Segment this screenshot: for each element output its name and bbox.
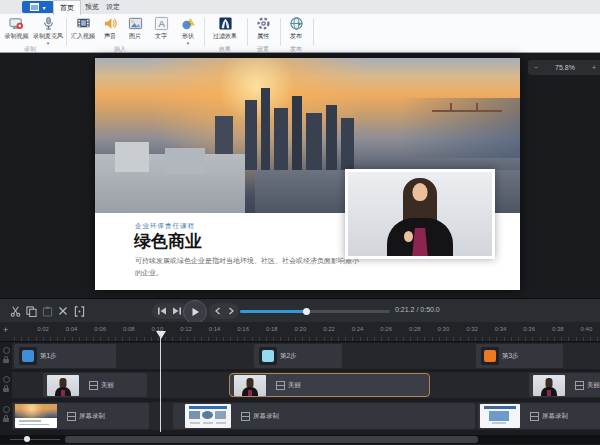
zoom-out-button[interactable]: −	[534, 64, 538, 71]
ruler-label: 0:28	[409, 326, 421, 332]
track1-lock-icon[interactable]	[3, 359, 9, 363]
publish-globe-icon	[289, 16, 304, 31]
paste-icon	[42, 306, 53, 317]
video-editor-window: ▾ 首页 预览 设定 录制视频 录制麦克风 ▾	[0, 0, 600, 445]
ruler-label: 0:12	[180, 326, 192, 332]
ruler-label: 0:26	[380, 326, 392, 332]
screenrec-thumbnail	[185, 404, 231, 428]
tab-settings[interactable]: 设定	[100, 0, 126, 14]
add-track-button[interactable]: +	[3, 325, 8, 335]
preview-progress-slider[interactable]	[240, 310, 390, 313]
clip-label: 第1步	[40, 352, 57, 361]
clip-step-3[interactable]: 第3步	[476, 344, 563, 368]
jump-end-icon	[172, 306, 182, 316]
track-presenter-video[interactable]: 美丽 美丽 美丽	[0, 372, 600, 398]
clip-screenrec-3[interactable]: 屏幕录制	[478, 403, 600, 429]
jump-start-icon	[157, 306, 167, 316]
ribbon-tabbar: ▾ 首页 预览 设定	[0, 0, 600, 14]
step-back-button[interactable]	[211, 304, 225, 318]
timeline-scrollbar-thumb[interactable]	[65, 436, 478, 443]
svg-text:A: A	[158, 19, 165, 29]
crop-button[interactable]	[72, 304, 86, 318]
ruler-label: 0:20	[295, 326, 307, 332]
text-button[interactable]: A 文字	[150, 16, 172, 41]
track-rail	[0, 343, 12, 430]
clip-label: 美丽	[587, 381, 600, 390]
clip-label: 第3步	[502, 352, 519, 361]
screenrec-thumbnail	[15, 404, 57, 428]
app-logo-icon	[30, 3, 39, 11]
presenter-thumbnail	[234, 375, 266, 396]
step-forward-button[interactable]	[224, 304, 238, 318]
image-icon	[128, 16, 143, 31]
filter-effect-button[interactable]: 过滤效果	[207, 16, 243, 41]
group-separator	[313, 18, 314, 46]
filter-effect-icon	[218, 16, 233, 31]
track1-visibility-icon[interactable]	[3, 347, 10, 354]
record-video-button[interactable]: 录制视频	[2, 16, 31, 41]
delete-button[interactable]	[56, 304, 70, 318]
cut-button[interactable]	[8, 304, 22, 318]
ruler-label: 0:38	[552, 326, 564, 332]
clip-screenrec-2[interactable]: 屏幕录制	[173, 403, 475, 429]
record-mic-dropdown-caret: ▾	[47, 41, 50, 45]
track3-visibility-icon[interactable]	[3, 406, 10, 413]
screenrec-thumbnail	[480, 404, 520, 428]
video-clip-icon	[575, 381, 584, 390]
record-mic-button[interactable]: 录制麦克风 ▾	[31, 16, 65, 45]
app-menu-button[interactable]: ▾	[22, 1, 54, 13]
track2-lock-icon[interactable]	[3, 388, 9, 392]
record-mic-icon	[41, 16, 56, 31]
track-step-markers[interactable]: 第1步 第2步 第3步	[0, 343, 600, 369]
ruler-label: 0:34	[495, 326, 507, 332]
publish-button[interactable]: 发布	[283, 16, 309, 41]
clip-step-2[interactable]: 第2步	[254, 344, 342, 368]
timeline-zoom-slider[interactable]	[10, 439, 60, 440]
bay-water	[400, 98, 520, 158]
presenter-video-overlay[interactable]	[345, 169, 495, 259]
clip-presenter-3[interactable]: 美丽	[529, 373, 600, 397]
time-display: 0:21.2 / 0:50.0	[395, 306, 440, 313]
jump-start-button[interactable]	[155, 304, 169, 318]
video-clip-icon	[67, 412, 76, 421]
import-video-label: 汇入视频	[71, 32, 95, 41]
track-screen-recording[interactable]: 屏幕录制 屏幕录制 屏幕录制	[0, 402, 600, 430]
clip-presenter-2-selected[interactable]: 美丽	[229, 373, 430, 397]
playhead-line	[160, 335, 161, 432]
video-clip-icon	[89, 381, 98, 390]
slide[interactable]: 企业环保责任课程 绿色商业 可持续发展或绿色企业是指对当地环境、社区、社会或经济…	[95, 58, 520, 290]
ruler-label: 0:14	[209, 326, 221, 332]
audio-button[interactable]: 声音	[99, 16, 121, 41]
playhead-handle[interactable]	[156, 331, 166, 339]
play-icon	[190, 307, 200, 317]
import-video-button[interactable]: 汇入视频	[69, 16, 97, 41]
timeline-ruler[interactable]: + 0:020:040:060:080:100:120:140:160:180:…	[0, 322, 600, 342]
ribbon: ▾ 首页 预览 设定 录制视频 录制麦克风 ▾	[0, 0, 600, 53]
clip-presenter-1[interactable]: 美丽	[43, 373, 147, 397]
jump-end-button[interactable]	[170, 304, 184, 318]
clip-step-1[interactable]: 第1步	[14, 344, 116, 368]
play-button[interactable]	[183, 300, 207, 324]
progress-thumb[interactable]	[303, 308, 310, 315]
copy-button[interactable]	[24, 304, 38, 318]
video-clip-icon	[241, 412, 250, 421]
properties-button[interactable]: 属性	[250, 16, 276, 41]
delete-icon	[58, 306, 68, 316]
zoom-in-button[interactable]: +	[592, 64, 596, 71]
zoom-control: − 75.8% +	[528, 60, 600, 75]
ruler-label: 0:30	[438, 326, 450, 332]
tab-home[interactable]: 首页	[53, 0, 81, 15]
group-separator	[280, 18, 281, 46]
paste-button[interactable]	[40, 304, 54, 318]
properties-label: 属性	[257, 32, 269, 41]
image-button[interactable]: 图片	[124, 16, 146, 41]
clip-screenrec-1[interactable]: 屏幕录制	[13, 403, 149, 429]
group-separator	[66, 18, 67, 46]
cut-icon	[10, 306, 21, 317]
ruler-label: 0:18	[266, 326, 278, 332]
timeline-zoom-slider-thumb[interactable]	[24, 436, 30, 442]
shape-button[interactable]: 形状 ▾	[176, 16, 200, 45]
track3-lock-icon[interactable]	[3, 418, 9, 422]
track2-visibility-icon[interactable]	[3, 376, 10, 383]
preview-canvas: 企业环保责任课程 绿色商业 可持续发展或绿色企业是指对当地环境、社区、社会或经济…	[0, 53, 600, 298]
